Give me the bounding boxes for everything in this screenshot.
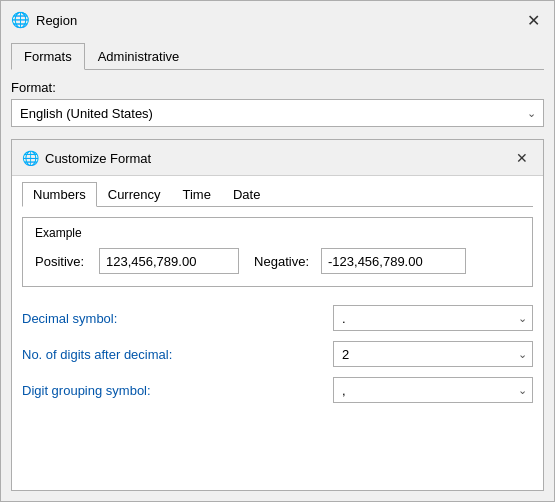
- format-select-wrapper: English (United States) ⌄: [11, 99, 544, 127]
- digits-after-decimal-row: No. of digits after decimal: 0 1 2 3 4 ⌄: [22, 341, 533, 367]
- digit-grouping-symbol-label: Digit grouping symbol:: [22, 383, 333, 398]
- inner-window-title: Customize Format: [45, 151, 151, 166]
- decimal-symbol-select-wrapper: . , ⌄: [333, 305, 533, 331]
- customize-format-window: 🌐 Customize Format ✕ Numbers Currency Ti…: [11, 139, 544, 491]
- digits-after-decimal-select[interactable]: 0 1 2 3 4: [333, 341, 533, 367]
- format-select[interactable]: English (United States): [11, 99, 544, 127]
- example-group: Example Positive: Negative:: [22, 217, 533, 287]
- inner-title-bar: 🌐 Customize Format ✕: [12, 140, 543, 176]
- inner-window-icon: 🌐: [22, 150, 39, 166]
- outer-window-content: Formats Administrative Format: English (…: [1, 37, 554, 501]
- digits-after-decimal-select-wrapper: 0 1 2 3 4 ⌄: [333, 341, 533, 367]
- outer-close-button[interactable]: ✕: [522, 9, 544, 31]
- digit-grouping-symbol-row: Digit grouping symbol: , . None ⌄: [22, 377, 533, 403]
- example-group-legend: Example: [35, 226, 520, 240]
- outer-title-left: 🌐 Region: [11, 11, 77, 29]
- inner-content: Numbers Currency Time Date Example Posit…: [12, 176, 543, 490]
- outer-tabs-bar: Formats Administrative: [11, 43, 544, 70]
- inner-title-left: 🌐 Customize Format: [22, 150, 151, 166]
- decimal-symbol-row: Decimal symbol: . , ⌄: [22, 305, 533, 331]
- format-label: Format:: [11, 80, 544, 95]
- digits-after-decimal-label: No. of digits after decimal:: [22, 347, 333, 362]
- inner-tab-currency[interactable]: Currency: [97, 182, 172, 206]
- inner-close-button[interactable]: ✕: [511, 147, 533, 169]
- tab-formats[interactable]: Formats: [11, 43, 85, 70]
- example-row: Positive: Negative:: [35, 248, 520, 274]
- outer-window-title: Region: [36, 13, 77, 28]
- positive-label: Positive:: [35, 254, 87, 269]
- decimal-symbol-select[interactable]: . ,: [333, 305, 533, 331]
- positive-value-input[interactable]: [99, 248, 239, 274]
- inner-tabs-bar: Numbers Currency Time Date: [22, 182, 533, 207]
- negative-label: Negative:: [251, 254, 309, 269]
- digit-grouping-symbol-select-wrapper: , . None ⌄: [333, 377, 533, 403]
- inner-tab-time[interactable]: Time: [172, 182, 222, 206]
- digit-grouping-symbol-select[interactable]: , . None: [333, 377, 533, 403]
- inner-tab-date[interactable]: Date: [222, 182, 271, 206]
- inner-tab-numbers[interactable]: Numbers: [22, 182, 97, 207]
- decimal-symbol-label: Decimal symbol:: [22, 311, 333, 326]
- region-window: 🌐 Region ✕ Formats Administrative Format…: [0, 0, 555, 502]
- outer-title-bar: 🌐 Region ✕: [1, 1, 554, 37]
- format-section: Format: English (United States) ⌄: [11, 80, 544, 127]
- negative-value-input[interactable]: [321, 248, 466, 274]
- settings-area: Decimal symbol: . , ⌄ No. of digits afte…: [22, 305, 533, 403]
- tab-administrative[interactable]: Administrative: [85, 43, 193, 69]
- region-window-icon: 🌐: [11, 11, 30, 29]
